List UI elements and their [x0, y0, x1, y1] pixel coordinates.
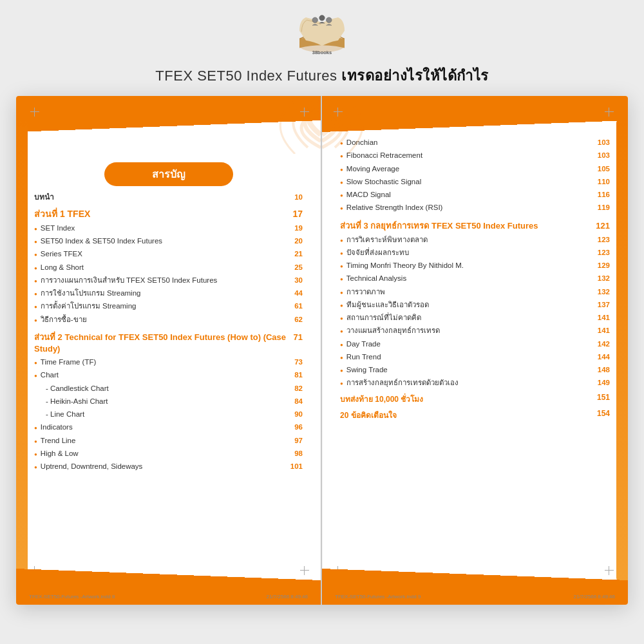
s2-item-6: ●Trend Line 97 — [34, 435, 303, 446]
wave-decoration-left — [218, 96, 321, 154]
right-page-content: ●Donchian 103 ●Fibonacci Retracement 103… — [322, 131, 628, 605]
title-light: TFEX SET50 Index Futures — [155, 68, 341, 84]
s2-item-7: ●High & Low 98 — [34, 448, 303, 459]
r-item-3: ●Slow Stochastic Signal 110 — [340, 176, 610, 187]
right-corner-tr — [605, 108, 614, 117]
left-page-bottom-bar — [16, 580, 321, 605]
left-page-footer: TFEX-SET50-Futures -Artwork.indd 8 21/7/… — [29, 594, 308, 600]
s3-item-10: ●Swing Trade 148 — [340, 365, 610, 375]
book-spread: สารบัญ บทนำ 10 ส่วนที่ 1 TFEX 17 ●SET In… — [16, 96, 628, 605]
left-page: สารบัญ บทนำ 10 ส่วนที่ 1 TFEX 17 ●SET In… — [16, 96, 322, 605]
s1-item-7: ●วิธีการซื้อ-ขาย 62 — [34, 314, 303, 325]
r-item-5: ●Relative Strength Index (RSI) 119 — [340, 202, 610, 213]
section1-label: ส่วนที่ 1 TFEX — [34, 208, 90, 221]
right-page-bottom-bar — [322, 580, 628, 605]
left-orange-band — [16, 120, 28, 580]
svg-point-1 — [312, 17, 317, 23]
right-orange-band — [616, 120, 628, 580]
left-page-content: สารบัญ บทนำ 10 ส่วนที่ 1 TFEX 17 ●SET In… — [16, 156, 321, 605]
s1-item-4: ●การวางแผนการเงินสำหรับ TFEX SET50 Index… — [34, 275, 303, 286]
s2-item-2: - Candlestick Chart 82 — [34, 383, 303, 394]
s3-item-5: ●ทีมผู้ชนะและวิธีเอาตัวรอด 137 — [340, 299, 610, 310]
right-footer-left: TFEX-SET50-Futures -Artwork.indd 9 — [335, 594, 421, 600]
svg-point-3 — [319, 15, 325, 21]
svg-text:38books: 38books — [312, 50, 332, 55]
left-footer-left: TFEX-SET50-Futures -Artwork.indd 8 — [29, 594, 115, 600]
left-footer-center: 21/7/2566 8:49:46 — [266, 594, 308, 600]
s3-item-6: ●สถานการณ์ที่ไม่คาดคิด 141 — [340, 312, 610, 323]
section1-page: 17 — [283, 208, 303, 221]
right-corner-tl — [334, 108, 343, 117]
s1-item-3: ●Long & Short 25 — [34, 262, 303, 273]
logo-icon: 38books — [290, 8, 354, 59]
corner-mark-tl — [30, 108, 39, 117]
intro-page: 10 — [283, 192, 303, 203]
s1-item-2: ●Series TFEX 21 — [34, 249, 303, 260]
s3-item-4: ●การวาดภาพ 132 — [340, 287, 610, 298]
corner-mark-tr — [300, 108, 309, 117]
bullet-0: ● — [34, 226, 37, 232]
s2-item-8: ●Uptrend, Downtrend, Sideways 101 — [34, 461, 303, 472]
s2-item-5: ●Indicators 96 — [34, 422, 303, 433]
right-footer-center: 21/7/2566 8:49:46 — [573, 594, 615, 600]
s3-item-2: ●Timing Monfri Theory By Nithidol M. 129 — [340, 260, 610, 271]
s3-item-9: ●Run Trend 144 — [340, 352, 610, 363]
title-bold: เทรดอย่างไรให้ได้กำไร — [341, 68, 489, 84]
s1-item-1: ●SET50 Index & SET50 Index Futures 20 — [34, 236, 303, 247]
s3-item-0: ●การวิเคราะห์พิษทางตลาด 123 — [340, 234, 610, 245]
s1-item-0: ●SET Index 19 — [34, 223, 303, 234]
toc-header: สารบัญ — [104, 162, 233, 186]
s2-item-0: ●Time Frame (TF) 73 — [34, 357, 303, 368]
right-page-footer: TFEX-SET50-Futures -Artwork.indd 9 21/7/… — [335, 594, 615, 600]
section1-title: ส่วนที่ 1 TFEX 17 — [34, 208, 303, 221]
s3-item-8: ●Day Trade 142 — [340, 339, 610, 350]
s1-item-5: ●การใช้งานโปรแกรม Streaming 44 — [34, 288, 303, 299]
toc-intro: บทนำ 10 — [34, 191, 303, 203]
s3-item-1: ●ปัจจัยที่ส่งผลกระทบ 123 — [340, 247, 610, 258]
footer-orange-items-2: 20 ข้อคิดเตือนใจ 154 — [340, 409, 610, 421]
binding-shadow — [321, 96, 323, 605]
top-logo: 38books — [290, 8, 354, 59]
main-container: 38books TFEX SET50 Index Futures เทรดอย่… — [0, 0, 644, 644]
section2-heading: ส่วนที่ 2 Technical for TFEX SET50 Index… — [34, 332, 303, 355]
footer-orange-items: บทส่งท้าย 10,000 ชั่วโมง 151 — [340, 393, 610, 405]
wave-decoration-right — [322, 96, 425, 154]
s3-item-7: ●วางแผนสร้างกลยุทธ์การเทรด 141 — [340, 325, 610, 336]
s1-item-6: ●การตั้งค่าโปรแกรม Streaming 61 — [34, 301, 303, 312]
main-title: TFEX SET50 Index Futures เทรดอย่างไรให้ไ… — [155, 64, 488, 87]
r-item-4: ●MACD Signal 116 — [340, 189, 610, 200]
r-item-2: ●Moving Average 105 — [340, 164, 610, 175]
section3-title: ส่วนที่ 3 กลยุทธ์การเทรด TFEX SET50 Inde… — [340, 220, 610, 232]
svg-point-2 — [327, 17, 332, 23]
s3-item-3: ●Technical Analysis 132 — [340, 273, 610, 284]
s2-item-4: - Line Chart 90 — [34, 409, 303, 420]
s2-item-3: - Heikin-Ashi Chart 84 — [34, 396, 303, 407]
s2-item-1: ●Chart 81 — [34, 370, 303, 381]
intro-label: บทนำ — [34, 191, 283, 203]
right-page: ●Donchian 103 ●Fibonacci Retracement 103… — [322, 96, 628, 605]
s3-item-11: ●การสร้างกลยุทธ์การเทรดด้วยตัวเอง 149 — [340, 377, 610, 388]
